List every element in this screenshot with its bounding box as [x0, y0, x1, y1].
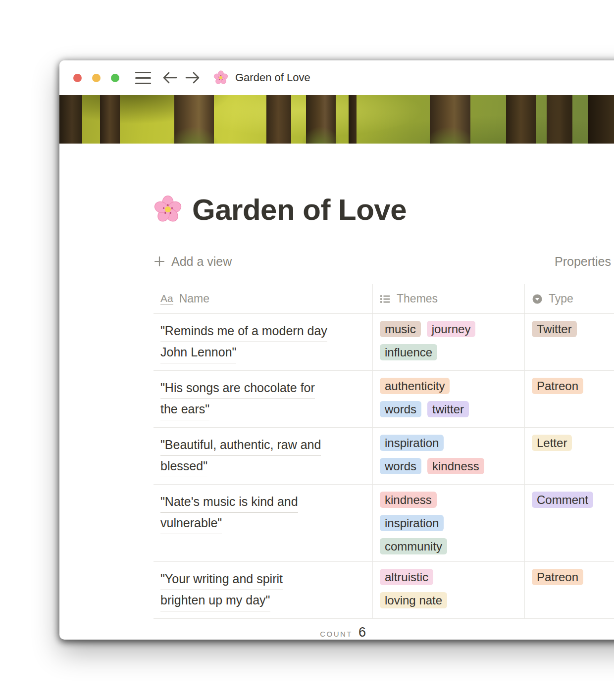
row-title-link: "Beautiful, authentic, raw and: [160, 435, 321, 456]
app-window: Garden of Love: [59, 60, 614, 640]
tag-music: music: [380, 321, 421, 337]
tree-trunk: [588, 95, 614, 144]
cherry-blossom-icon: [213, 70, 228, 85]
table-body: "Reminds me of a modern dayJohn Lennon"m…: [154, 314, 614, 619]
cover-image: [59, 95, 614, 144]
row-title-link: vulnerable": [160, 513, 222, 534]
type-cell[interactable]: Patreon: [525, 562, 614, 618]
forward-button[interactable]: [185, 71, 201, 84]
column-header-themes[interactable]: Themes: [373, 284, 525, 313]
column-label: Themes: [397, 292, 438, 305]
database-table: Aa Name Themes Type: [154, 284, 614, 640]
column-header-name[interactable]: Aa Name: [154, 284, 373, 313]
add-view-button[interactable]: Add a view: [154, 254, 232, 269]
count-label: COUNT: [320, 630, 353, 638]
tag-altruistic: altruistic: [380, 569, 433, 585]
table-footer-count[interactable]: COUNT 6: [154, 619, 373, 640]
view-toolbar: Add a view Properties: [154, 253, 614, 269]
tree-trunk: [100, 95, 120, 144]
themes-cell[interactable]: altruisticloving nate: [373, 562, 525, 618]
title-icon: Aa: [160, 293, 173, 304]
traffic-lights: [73, 74, 119, 82]
name-cell[interactable]: "Your writing and spiritbrighten up my d…: [154, 562, 373, 618]
titlebar: Garden of Love: [59, 60, 614, 95]
themes-cell[interactable]: inspirationwordskindness: [373, 428, 525, 484]
cherry-blossom-icon[interactable]: [154, 195, 182, 224]
tag-loving-nate: loving nate: [380, 592, 447, 608]
plus-icon: [154, 255, 165, 267]
add-view-label: Add a view: [171, 254, 232, 269]
themes-cell[interactable]: kindnessinspirationcommunity: [373, 485, 525, 561]
tree-trunk: [174, 95, 214, 144]
tree-trunk: [266, 95, 291, 144]
type-cell[interactable]: Twitter: [525, 314, 614, 370]
hamburger-menu-button[interactable]: [135, 72, 151, 84]
tag-community: community: [380, 538, 447, 554]
name-cell[interactable]: "His songs are chocolate forthe ears": [154, 371, 373, 427]
page-title[interactable]: Garden of Love: [192, 193, 407, 227]
type-cell[interactable]: Patreon: [525, 371, 614, 427]
tag-journey: journey: [427, 321, 476, 337]
zoom-button[interactable]: [111, 74, 119, 82]
row-title-link: brighten up my day": [160, 590, 270, 611]
row-title-link: John Lennon": [160, 342, 236, 363]
row-title-link: "Nate's music is kind and: [160, 492, 298, 513]
tag-kindness: kindness: [380, 492, 437, 508]
table-header-row: Aa Name Themes Type: [154, 284, 614, 314]
hamburger-icon: [135, 72, 151, 73]
row-title-link: blessed": [160, 456, 207, 477]
tag-Letter: Letter: [532, 435, 572, 451]
table-row: "Your writing and spiritbrighten up my d…: [154, 562, 614, 619]
tag-kindness: kindness: [427, 458, 484, 474]
table-row: "Beautiful, authentic, raw andblessed"in…: [154, 428, 614, 485]
tag-Comment: Comment: [532, 492, 593, 508]
table-row: "His songs are chocolate forthe ears"aut…: [154, 371, 614, 428]
name-cell[interactable]: "Beautiful, authentic, raw andblessed": [154, 428, 373, 484]
tag-words: words: [380, 401, 421, 417]
tree-trunk: [59, 95, 82, 144]
tag-influence: influence: [380, 344, 437, 360]
tree-trunk: [506, 95, 536, 144]
name-cell[interactable]: "Reminds me of a modern dayJohn Lennon": [154, 314, 373, 370]
tree-trunk: [547, 95, 572, 144]
tag-Patreon: Patreon: [532, 378, 583, 394]
table-row: "Reminds me of a modern dayJohn Lennon"m…: [154, 314, 614, 371]
tag-inspiration: inspiration: [380, 435, 444, 451]
themes-cell[interactable]: authenticitywordstwitter: [373, 371, 525, 427]
count-value: 6: [358, 625, 366, 640]
back-arrow-icon: [162, 71, 178, 84]
column-header-type[interactable]: Type: [525, 284, 614, 313]
back-button[interactable]: [162, 71, 178, 84]
tree-trunk: [306, 95, 336, 144]
tag-words: words: [380, 458, 421, 474]
tag-authenticity: authenticity: [380, 378, 450, 394]
forward-arrow-icon: [185, 71, 201, 84]
tree-trunk: [349, 95, 357, 144]
tag-inspiration: inspiration: [380, 515, 444, 531]
row-title-link: the ears": [160, 399, 209, 420]
page-header: Garden of Love: [154, 193, 614, 226]
minimize-button[interactable]: [92, 74, 101, 82]
row-title-link: "Your writing and spirit: [160, 569, 283, 590]
table-row: "Nate's music is kind andvulnerable"kind…: [154, 485, 614, 562]
themes-cell[interactable]: musicjourneyinfluence: [373, 314, 525, 370]
select-icon: [532, 294, 543, 304]
type-cell[interactable]: Comment: [525, 485, 614, 561]
type-cell[interactable]: Letter: [525, 428, 614, 484]
titlebar-title: Garden of Love: [235, 71, 310, 84]
row-title-link: "Reminds me of a modern day: [160, 321, 327, 342]
close-button[interactable]: [73, 74, 82, 82]
row-title-link: "His songs are chocolate for: [160, 378, 315, 399]
tag-Patreon: Patreon: [532, 569, 583, 585]
tree-trunk: [430, 95, 470, 144]
column-label: Type: [549, 292, 573, 305]
multi-select-icon: [380, 294, 391, 304]
tag-Twitter: Twitter: [532, 321, 577, 337]
tag-twitter: twitter: [427, 401, 469, 417]
column-label: Name: [179, 292, 209, 305]
name-cell[interactable]: "Nate's music is kind andvulnerable": [154, 485, 373, 561]
page-content: Garden of Love Add a view Properties Aa …: [59, 193, 614, 640]
properties-button[interactable]: Properties: [555, 254, 611, 269]
